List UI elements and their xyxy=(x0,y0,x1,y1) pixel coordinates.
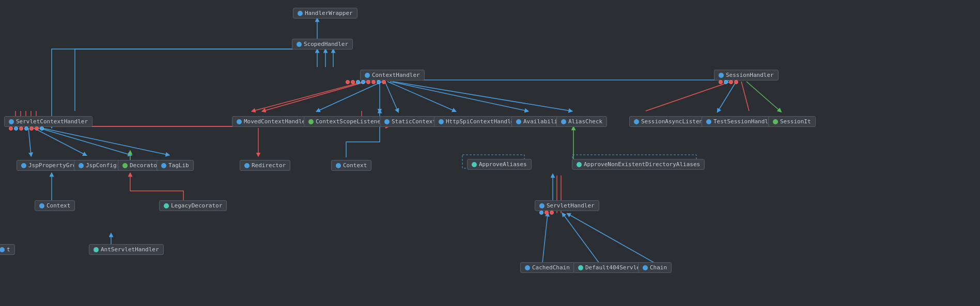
node-label-approve-non-existent: ApproveNonExistentDirectoryAliases xyxy=(584,161,700,168)
node-label-ant-servlet-handler: AntServletHandler xyxy=(101,246,159,253)
node-approve-non-existent[interactable]: ApproveNonExistentDirectoryAliases xyxy=(572,159,705,170)
node-default-404-servlet[interactable]: Default404Servlet xyxy=(573,262,648,273)
node-ant-servlet-handler[interactable]: AntServletHandler xyxy=(89,244,164,255)
svg-line-41 xyxy=(568,214,655,263)
node-label-cached-chain: CachedChain xyxy=(532,264,570,271)
node-icon-test-session-handler xyxy=(706,119,711,124)
node-label-partial-left: t xyxy=(7,246,10,253)
node-icon-http-spi-context-handler xyxy=(439,119,444,124)
port-blue-2 xyxy=(361,80,365,84)
node-redirector[interactable]: Redirector xyxy=(240,160,290,171)
node-label-session-it: SessionIt xyxy=(780,118,811,125)
node-label-context: Context xyxy=(343,162,367,169)
node-session-handler[interactable]: SessionHandler xyxy=(714,70,779,80)
node-label-approve-aliases: ApproveAliases xyxy=(479,161,527,168)
port-sh-red-3 xyxy=(734,80,738,84)
node-icon-jsp-config xyxy=(79,163,84,168)
diagram-canvas: HandlerWrapper ScopedHandler ContextHand… xyxy=(0,0,980,306)
node-servlet-context-handler[interactable]: ServletContextHandler xyxy=(4,116,92,127)
node-label-static-context: StaticContext xyxy=(392,118,436,125)
node-label-session-async-listener: SessionAsyncListener xyxy=(641,118,709,125)
port-sh-red-2 xyxy=(729,80,733,84)
node-partial-left[interactable]: t xyxy=(0,244,15,255)
node-icon-redirector xyxy=(244,163,250,168)
node-session-it[interactable]: SessionIt xyxy=(768,116,816,127)
node-context-2[interactable]: Context xyxy=(35,200,75,211)
node-http-spi-context-handler[interactable]: HttpSpiContextHandler xyxy=(434,116,522,127)
node-icon-servlet-handler xyxy=(539,203,545,208)
svg-line-24 xyxy=(746,82,780,111)
port-red-4 xyxy=(371,80,376,84)
node-legacy-decorator[interactable]: LegacyDecorator xyxy=(159,200,227,211)
node-label-servlet-handler: ServletHandler xyxy=(547,202,595,209)
node-moved-context-handler[interactable]: MovedContextHandler xyxy=(232,116,314,127)
node-icon-availability xyxy=(516,119,521,124)
svg-line-30 xyxy=(34,128,85,155)
node-servlet-handler[interactable]: ServletHandler xyxy=(535,200,599,211)
node-label-session-handler: SessionHandler xyxy=(726,72,774,78)
node-icon-context-2 xyxy=(39,203,44,208)
node-label-legacy-decorator: LegacyDecorator xyxy=(171,202,222,209)
node-icon-context xyxy=(336,163,341,168)
node-icon-ant-servlet-handler xyxy=(94,247,99,252)
node-icon-alias-check xyxy=(561,119,566,124)
port-red-3 xyxy=(366,80,370,84)
port-blue-3 xyxy=(377,80,381,84)
port-red-2 xyxy=(351,80,355,84)
node-icon-moved-context-handler xyxy=(237,119,242,124)
node-icon-handler-wrapper xyxy=(298,11,303,16)
node-icon-session-async-listener xyxy=(634,119,639,124)
node-icon-servlet-context-handler xyxy=(9,119,14,124)
port-blue-1 xyxy=(356,80,360,84)
node-icon-partial-left xyxy=(0,247,5,252)
node-context-scope-listener[interactable]: ContextScopeListener xyxy=(304,116,388,127)
node-icon-scoped-handler xyxy=(297,42,302,47)
port-red-1 xyxy=(346,80,350,84)
node-label-jsp-config: JspConfig xyxy=(86,162,117,169)
node-label-chain: Chain xyxy=(650,264,667,271)
node-alias-check[interactable]: AliasCheck xyxy=(556,116,607,127)
node-icon-session-handler xyxy=(719,73,724,78)
node-label-alias-check: AliasCheck xyxy=(568,118,602,125)
node-cached-chain[interactable]: CachedChain xyxy=(520,262,574,273)
svg-line-10 xyxy=(385,82,398,111)
node-icon-jsp-property-group xyxy=(21,163,26,168)
node-icon-approve-non-existent xyxy=(577,162,582,167)
node-approve-aliases[interactable]: ApproveAliases xyxy=(467,159,532,170)
node-icon-default-404-servlet xyxy=(578,265,583,270)
svg-line-11 xyxy=(387,82,455,111)
node-label-test-session-handler: TestSessionHandler xyxy=(713,118,775,125)
svg-line-22 xyxy=(718,82,736,111)
node-icon-session-it xyxy=(773,119,778,124)
node-static-context[interactable]: StaticContext xyxy=(380,116,441,127)
node-chain[interactable]: Chain xyxy=(638,262,672,273)
svg-line-39 xyxy=(542,214,548,263)
node-jsp-config[interactable]: JspConfig xyxy=(74,160,121,171)
node-scoped-handler[interactable]: ScopedHandler xyxy=(292,39,353,50)
node-context-handler[interactable]: ContextHandler xyxy=(360,70,425,80)
node-tag-lib[interactable]: TagLib xyxy=(157,160,194,171)
svg-line-29 xyxy=(28,128,31,155)
node-label-default-404-servlet: Default404Servlet xyxy=(585,264,644,271)
node-context[interactable]: Context xyxy=(331,160,371,171)
node-label-context-handler: ContextHandler xyxy=(372,72,420,78)
node-icon-static-context xyxy=(384,119,390,124)
connections-layer xyxy=(0,0,980,306)
svg-line-40 xyxy=(563,214,599,263)
node-icon-legacy-decorator xyxy=(164,203,169,208)
svg-line-32 xyxy=(41,128,168,155)
node-icon-context-handler xyxy=(365,73,370,78)
port-red-5 xyxy=(382,80,386,84)
svg-line-21 xyxy=(646,82,731,111)
svg-line-15 xyxy=(263,82,367,111)
node-label-redirector: Redirector xyxy=(252,162,286,169)
node-label-context-2: Context xyxy=(46,202,70,209)
node-icon-chain xyxy=(643,265,648,270)
node-label-servlet-context-handler: ServletContextHandler xyxy=(16,118,88,125)
port-sh-red-1 xyxy=(719,80,723,84)
node-icon-approve-aliases xyxy=(472,162,477,167)
node-icon-decorator xyxy=(122,163,128,168)
node-icon-cached-chain xyxy=(525,265,530,270)
node-handler-wrapper[interactable]: HandlerWrapper xyxy=(293,8,357,19)
node-label-http-spi-context-handler: HttpSpiContextHandler xyxy=(446,118,518,125)
